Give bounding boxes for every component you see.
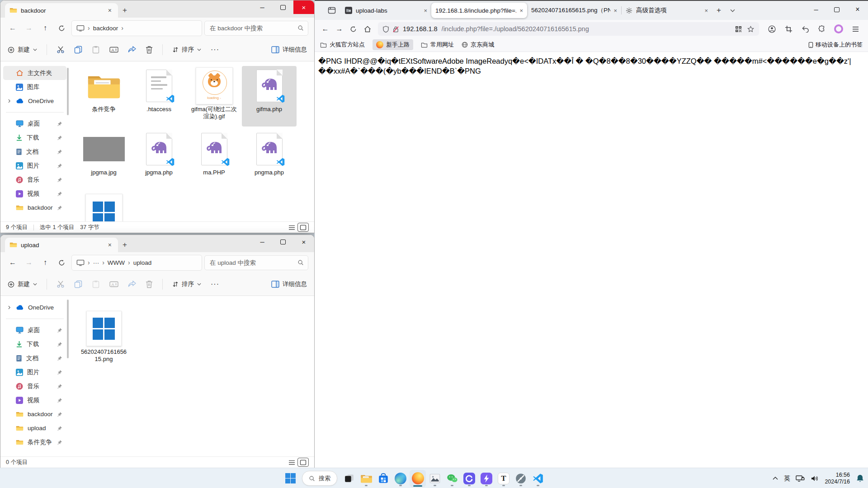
sidebar-item-pictures[interactable]: 图片 bbox=[3, 365, 66, 379]
refresh-button[interactable] bbox=[54, 25, 69, 32]
sidebar-item-home[interactable]: 主文件夹 bbox=[3, 66, 66, 80]
cut-button[interactable] bbox=[57, 280, 65, 288]
bookmark-getting-started[interactable]: 新手上路 bbox=[373, 39, 413, 50]
large-icons-view-toggle[interactable] bbox=[297, 223, 309, 232]
breadcrumb[interactable]: › ··· › WWW › upload bbox=[71, 255, 202, 271]
sidebar-item-music[interactable]: 音乐 bbox=[3, 379, 66, 393]
network-icon[interactable] bbox=[796, 475, 805, 482]
bookmark-star-icon[interactable] bbox=[747, 26, 754, 33]
sidebar-item-desktop[interactable]: 桌面 bbox=[3, 117, 66, 131]
mobile-bookmarks-button[interactable]: 移动设备上的书签 bbox=[808, 41, 863, 49]
minimize-button[interactable]: ─ bbox=[252, 235, 273, 249]
tab-advanced-preferences[interactable]: 高级首选项 × bbox=[622, 3, 712, 18]
close-button[interactable]: × bbox=[293, 235, 314, 249]
reload-button[interactable] bbox=[346, 22, 360, 36]
share-button[interactable] bbox=[128, 46, 136, 53]
file-tile-upload-png[interactable]: 5620240716165615.png bbox=[76, 309, 131, 376]
copy-button[interactable] bbox=[74, 46, 82, 54]
sidebar-item-race-condition[interactable]: 条件竞争 bbox=[3, 435, 66, 449]
forward-button[interactable]: → bbox=[332, 22, 346, 36]
file-tile-htaccess[interactable]: .htaccess bbox=[132, 66, 186, 127]
tab-close-icon[interactable]: × bbox=[106, 241, 113, 249]
account-button[interactable] bbox=[765, 23, 778, 35]
taskbar-firefox[interactable] bbox=[410, 470, 426, 487]
tab-close-icon[interactable]: × bbox=[704, 7, 708, 14]
minimize-button[interactable]: ─ bbox=[252, 0, 273, 14]
forward-button[interactable]: → bbox=[21, 24, 37, 32]
details-pane-button[interactable]: 详细信息 bbox=[271, 280, 307, 288]
cut-button[interactable] bbox=[57, 46, 65, 54]
close-button[interactable]: × bbox=[293, 0, 314, 14]
taskbar-wechat[interactable] bbox=[444, 470, 460, 487]
speaker-icon[interactable] bbox=[811, 475, 819, 482]
share-button[interactable] bbox=[128, 281, 136, 288]
file-tile-pngma-php[interactable]: pngma.php bbox=[242, 129, 297, 190]
taskbar-photos[interactable] bbox=[427, 470, 443, 487]
copy-button[interactable] bbox=[74, 280, 82, 288]
list-view-icon[interactable] bbox=[288, 225, 295, 230]
back-button[interactable]: ← bbox=[5, 24, 20, 32]
sidebar-item-videos[interactable]: 视频 bbox=[3, 187, 66, 201]
clock[interactable]: 16:56 2024/7/16 bbox=[825, 472, 850, 485]
extensions-button[interactable] bbox=[816, 23, 828, 35]
crumb-www[interactable]: WWW bbox=[108, 259, 125, 266]
explorer-tab-upload[interactable]: upload × bbox=[5, 238, 118, 252]
taskbar-proxy-tool[interactable] bbox=[513, 470, 529, 487]
minimize-button[interactable]: ─ bbox=[806, 1, 826, 18]
extension-ring-button[interactable] bbox=[832, 23, 845, 35]
file-tile-jpgma-php[interactable]: jpgma.php bbox=[132, 129, 186, 190]
sidebar-scrollbar[interactable] bbox=[67, 68, 69, 115]
new-button[interactable]: 新建 bbox=[8, 46, 37, 54]
task-view-button[interactable] bbox=[341, 470, 357, 487]
tab-close-icon[interactable]: × bbox=[106, 7, 113, 14]
crumb-ellipsis[interactable]: ··· bbox=[93, 259, 99, 266]
taskbar-search[interactable]: 搜索 bbox=[302, 471, 337, 486]
back-button[interactable]: ← bbox=[5, 258, 20, 267]
crumb-backdoor[interactable]: backdoor bbox=[93, 25, 118, 32]
sidebar-item-gallery[interactable]: 图库 bbox=[3, 80, 66, 94]
back-button[interactable]: ← bbox=[318, 22, 332, 36]
search-box[interactable] bbox=[204, 21, 308, 36]
taskbar-vscode[interactable] bbox=[530, 470, 546, 487]
maximize-button[interactable] bbox=[273, 0, 293, 14]
taskbar-thunder[interactable] bbox=[478, 470, 495, 487]
taskbar-typora[interactable]: T bbox=[495, 470, 512, 487]
more-options-button[interactable]: ··· bbox=[211, 280, 219, 288]
sidebar-item-desktop[interactable]: 桌面 bbox=[3, 323, 66, 337]
taskbar-file-explorer[interactable] bbox=[358, 470, 374, 487]
sidebar-item-backdoor[interactable]: backdoor bbox=[3, 201, 66, 215]
taskbar-microsoft-store[interactable] bbox=[375, 470, 392, 487]
details-pane-button[interactable]: 详细信息 bbox=[271, 46, 307, 54]
search-input[interactable] bbox=[209, 24, 297, 32]
sidebar-item-documents[interactable]: 文档 bbox=[3, 351, 66, 365]
address-bar[interactable]: 192.168.1.8/include.php?file=./upload/56… bbox=[378, 22, 759, 36]
file-tile-gifma-php[interactable]: gifma.php bbox=[242, 66, 297, 127]
tab-include-php[interactable]: 192.168.1.8/include.php?file=./u × bbox=[431, 3, 527, 18]
sidebar-item-downloads[interactable]: 下载 bbox=[3, 337, 66, 351]
sidebar-item-pictures[interactable]: 图片 bbox=[3, 159, 66, 173]
sidebar-item-music[interactable]: 音乐 bbox=[3, 173, 66, 187]
tab-close-icon[interactable]: × bbox=[613, 7, 617, 14]
notification-bell-icon[interactable] bbox=[856, 474, 864, 483]
maximize-button[interactable] bbox=[273, 235, 293, 249]
firefox-view-button[interactable] bbox=[323, 3, 341, 18]
forward-button[interactable]: → bbox=[21, 258, 37, 267]
breadcrumb[interactable]: › backdoor › bbox=[71, 20, 202, 36]
bookmark-firefox-official[interactable]: 火狐官方站点 bbox=[320, 41, 365, 49]
file-tile-jpgma-jpg[interactable]: jpgma.jpg bbox=[76, 129, 131, 190]
tab-upload-labs[interactable]: upload-labs × bbox=[341, 3, 431, 18]
tab-close-icon[interactable]: × bbox=[424, 7, 427, 14]
file-tile-ma-php[interactable]: ma.PHP bbox=[187, 129, 241, 190]
bookmark-jd-mall[interactable]: 京东商城 bbox=[462, 41, 494, 49]
menu-button[interactable] bbox=[849, 23, 862, 35]
maximize-button[interactable] bbox=[826, 1, 847, 18]
rename-button[interactable] bbox=[109, 46, 118, 53]
crumb-upload[interactable]: upload bbox=[133, 259, 152, 266]
input-language-indicator[interactable]: 英 bbox=[784, 474, 790, 483]
file-tile-gif[interactable]: loading - gifma(可绕过二次渲染).gif bbox=[187, 66, 241, 127]
sidebar-item-downloads[interactable]: 下载 bbox=[3, 131, 66, 145]
list-view-icon[interactable] bbox=[288, 460, 295, 465]
close-button[interactable]: × bbox=[847, 1, 868, 18]
taskbar-quark[interactable] bbox=[461, 470, 477, 487]
screenshot-button[interactable] bbox=[782, 23, 795, 35]
